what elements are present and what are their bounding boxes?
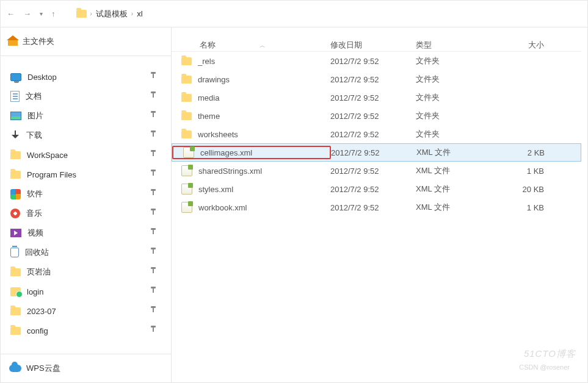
sidebar-item-label: 页岩油 (27, 267, 51, 277)
sidebar-item[interactable]: 回收站 (7, 243, 165, 262)
file-row[interactable]: worksheets2012/7/2 9:52文件夹 (172, 125, 581, 143)
xml-file-icon (183, 147, 194, 158)
file-name-cell: workbook.xml (172, 202, 330, 213)
desktop-icon (10, 73, 21, 81)
breadcrumb-item[interactable]: xl (137, 9, 142, 18)
sidebar-list: Desktop文档图片下载WorkSpaceProgram Files软件音乐视… (1, 56, 171, 354)
file-type: XML 文件 (416, 184, 495, 195)
file-row[interactable]: theme2012/7/2 9:52文件夹 (172, 107, 581, 125)
nav-back-icon[interactable]: ← (7, 9, 15, 18)
file-row[interactable]: styles.xml2012/7/2 9:52XML 文件20 KB (172, 180, 581, 198)
pin-icon[interactable] (150, 287, 156, 295)
sidebar-footer-label: WPS云盘 (26, 363, 60, 374)
nav-up-icon[interactable]: ↑ (51, 9, 56, 18)
nav-recent-icon[interactable]: ▾ (40, 10, 43, 17)
file-row[interactable]: workbook.xml2012/7/2 9:52XML 文件1 KB (172, 198, 581, 217)
pin-icon[interactable] (150, 228, 156, 237)
column-header-size[interactable]: 大小 (495, 40, 544, 51)
folder-icon (181, 131, 192, 138)
sidebar-item[interactable]: 图片 (7, 106, 165, 126)
folder-icon (10, 151, 21, 159)
file-date: 2012/7/2 9:52 (330, 93, 416, 102)
sidebar-item[interactable]: 软件 (7, 184, 165, 204)
file-name: styles.xml (198, 185, 233, 194)
pin-icon[interactable] (150, 189, 156, 198)
sidebar-header[interactable]: 主文件夹 (1, 27, 171, 56)
sidebar-item-label: 文档 (26, 91, 42, 102)
sidebar-item-label: Program Files (27, 170, 76, 179)
file-list-pane: 名称 ︿ 修改日期 类型 大小 _rels2012/7/2 9:52文件夹dra… (172, 27, 587, 382)
folder-icon (181, 94, 192, 102)
sidebar-item[interactable]: 页岩油 (7, 262, 165, 282)
file-size: 1 KB (495, 166, 544, 176)
file-name-cell: styles.xml (172, 184, 330, 195)
file-name-cell: worksheets (172, 130, 330, 139)
pin-icon[interactable] (150, 326, 156, 334)
folder-icon (181, 112, 192, 120)
pin-icon[interactable] (150, 150, 156, 159)
pin-icon[interactable] (150, 306, 156, 315)
file-date: 2012/7/2 9:52 (330, 57, 416, 66)
file-name-cell: cellimages.xml (172, 146, 331, 159)
xml-file-icon (181, 165, 192, 176)
sidebar-item[interactable]: config (7, 321, 165, 340)
breadcrumb-item[interactable]: 试题模板 (96, 9, 128, 20)
sidebar-item-label: 音乐 (26, 208, 42, 219)
file-name-cell: _rels (172, 57, 330, 66)
pin-icon[interactable] (150, 209, 156, 217)
sidebar-item[interactable]: login (7, 282, 165, 301)
sidebar-item-label: 软件 (27, 188, 43, 199)
file-rows: _rels2012/7/2 9:52文件夹drawings2012/7/2 9:… (172, 52, 581, 217)
sidebar-footer[interactable]: WPS云盘 (1, 354, 171, 382)
sidebar-item-label: 视频 (27, 227, 43, 238)
sidebar-item[interactable]: 下载 (7, 126, 165, 145)
sidebar-item[interactable]: WorkSpace (7, 145, 165, 165)
down-icon (10, 131, 20, 140)
breadcrumb[interactable]: › 试题模板 › xl (76, 9, 143, 20)
file-row[interactable]: _rels2012/7/2 9:52文件夹 (172, 52, 581, 70)
folder-icon (10, 307, 21, 315)
file-row[interactable]: drawings2012/7/2 9:52文件夹 (172, 70, 581, 88)
sidebar-item-label: config (27, 326, 48, 335)
file-date: 2012/7/2 9:52 (330, 130, 416, 139)
sidebar-item[interactable]: 文档 (7, 87, 165, 106)
file-row[interactable]: media2012/7/2 9:52文件夹 (172, 88, 581, 107)
column-header-type[interactable]: 类型 (416, 40, 495, 51)
file-name: drawings (198, 75, 230, 84)
doc-icon (10, 91, 20, 102)
pin-icon[interactable] (150, 248, 156, 256)
file-name: worksheets (198, 130, 238, 139)
file-row[interactable]: sharedStrings.xml2012/7/2 9:52XML 文件1 KB (172, 162, 581, 180)
pin-icon[interactable] (150, 267, 156, 276)
folder-icon (10, 268, 21, 276)
file-date: 2012/7/2 9:52 (330, 185, 416, 194)
file-date: 2012/7/2 9:52 (331, 148, 416, 157)
sidebar-item[interactable]: Desktop (7, 67, 165, 87)
sidebar-item-label: 下载 (26, 130, 42, 141)
file-type: 文件夹 (416, 110, 495, 121)
column-header-name[interactable]: 名称 ︿ (172, 40, 330, 51)
home-icon (8, 37, 18, 46)
pin-icon[interactable] (150, 131, 156, 139)
file-size: 2 KB (496, 148, 545, 157)
file-type: XML 文件 (416, 165, 495, 176)
file-name-cell: sharedStrings.xml (172, 165, 330, 176)
column-header-date[interactable]: 修改日期 (330, 40, 416, 51)
sidebar-item[interactable]: 音乐 (7, 204, 165, 223)
file-type: XML 文件 (416, 147, 496, 158)
sidebar-item[interactable]: Program Files (7, 165, 165, 184)
login-icon (10, 287, 21, 296)
pin-icon[interactable] (150, 72, 156, 81)
nav-forward-icon[interactable]: → (23, 9, 31, 18)
file-name: theme (198, 112, 220, 121)
pin-icon[interactable] (150, 111, 156, 120)
sidebar-item[interactable]: 视频 (7, 223, 165, 243)
pin-icon[interactable] (150, 91, 156, 100)
chevron-right-icon: › (131, 10, 133, 17)
pin-icon[interactable] (150, 170, 156, 178)
file-date: 2012/7/2 9:52 (330, 112, 416, 121)
file-type: 文件夹 (416, 74, 495, 85)
sidebar-item[interactable]: 2023-07 (7, 301, 165, 321)
bin-icon (10, 248, 19, 257)
file-row[interactable]: cellimages.xml2012/7/2 9:52XML 文件2 KB (172, 143, 581, 162)
